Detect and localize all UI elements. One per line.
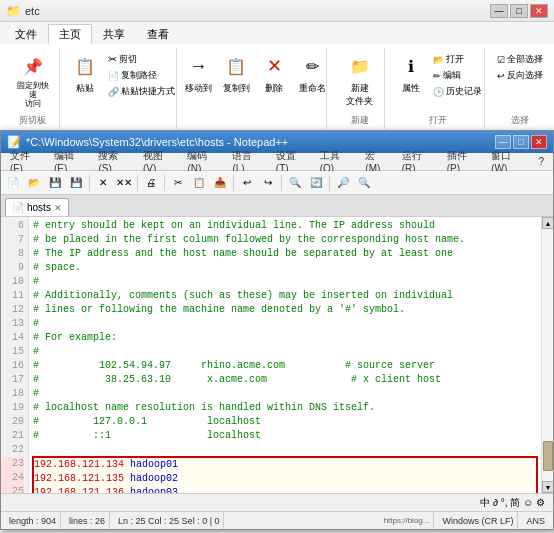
- host3: hadoop03: [130, 487, 178, 493]
- tab-file[interactable]: 文件: [4, 24, 48, 44]
- code-line-20: # 127.0.0.1 localhost: [33, 415, 537, 429]
- linenum-16: 16: [1, 359, 24, 373]
- copy-to-label: 复制到: [223, 82, 250, 95]
- code-line-12: # lines or following the machine name de…: [33, 303, 537, 317]
- npp-statusbar: length : 904 lines : 26 Ln : 25 Col : 25…: [1, 511, 553, 529]
- tool-new[interactable]: 📄: [3, 173, 23, 193]
- tool-undo[interactable]: ↩: [237, 173, 257, 193]
- ime-status[interactable]: 中 ∂ °, 简 ☺ ⚙: [480, 496, 545, 510]
- paste-label: 粘贴: [76, 82, 94, 95]
- tool-open[interactable]: 📂: [24, 173, 44, 193]
- scroll-track[interactable]: [542, 229, 553, 481]
- scroll-up-button[interactable]: ▲: [542, 217, 553, 229]
- npp-menubar: 文件(F) 编辑(E) 搜索(S) 视图(V) 编码(N) 语言(L) 设置(T…: [1, 153, 553, 171]
- close-button[interactable]: ✕: [530, 4, 548, 18]
- linenum-23: 23: [1, 457, 24, 471]
- linenum-6: 6: [1, 219, 24, 233]
- tab-icon: 📄: [12, 202, 24, 213]
- new-folder-label: 新建文件夹: [346, 82, 373, 108]
- copy-to-button[interactable]: 📋 复制到: [218, 50, 254, 127]
- tool-close[interactable]: ✕: [93, 173, 113, 193]
- tool-zoom-in[interactable]: 🔎: [333, 173, 353, 193]
- tab-close[interactable]: ✕: [54, 203, 62, 213]
- code-line-14: # For example:: [33, 331, 537, 345]
- npp-close[interactable]: ✕: [531, 135, 547, 149]
- npp-tab-hosts[interactable]: 📄 hosts ✕: [5, 198, 69, 216]
- status-length: length : 904: [5, 512, 61, 529]
- select-all-icon: ☑: [497, 55, 505, 65]
- code-line-19: # localhost name resolution is handled w…: [33, 401, 537, 415]
- scroll-down-button[interactable]: ▼: [542, 481, 553, 493]
- vertical-scrollbar[interactable]: ▲ ▼: [541, 217, 553, 493]
- code-line-22: [33, 443, 537, 457]
- properties-button[interactable]: ℹ 属性: [393, 50, 429, 97]
- invert-icon: ↩: [497, 71, 505, 81]
- copy-to-icon: 📋: [222, 52, 250, 80]
- code-line-7: # be placed in the first column followed…: [33, 233, 537, 247]
- npp-icon: 📝: [7, 135, 22, 149]
- tool-save[interactable]: 💾: [45, 173, 65, 193]
- minimize-button[interactable]: —: [490, 4, 508, 18]
- maximize-button[interactable]: □: [510, 4, 528, 18]
- group-label-new: 新建: [351, 112, 369, 127]
- scroll-thumb[interactable]: [543, 441, 553, 471]
- status-position: Ln : 25 Col : 25 Sel : 0 | 0: [114, 512, 224, 529]
- code-line-25: 192.168.121.136 hadoop03: [34, 486, 536, 493]
- tool-redo[interactable]: ↪: [258, 173, 278, 193]
- npp-maximize[interactable]: □: [513, 135, 529, 149]
- new-folder-button[interactable]: 📁 新建文件夹: [342, 50, 378, 110]
- code-line-16: # 102.54.94.97 rhino.acme.com # source s…: [33, 359, 537, 373]
- history-label: 历史记录: [446, 85, 482, 98]
- tab-home[interactable]: 主页: [48, 24, 92, 44]
- tool-paste[interactable]: 📥: [210, 173, 230, 193]
- npp-minimize[interactable]: —: [495, 135, 511, 149]
- history-icon: 🕒: [433, 87, 444, 97]
- tool-copy[interactable]: 📋: [189, 173, 209, 193]
- menu-help[interactable]: ?: [533, 155, 549, 168]
- copy-path-button[interactable]: 📄 复制路径: [106, 68, 177, 83]
- move-button[interactable]: → 移动到: [180, 50, 216, 127]
- delete-button[interactable]: ✕ 删除: [256, 50, 292, 127]
- invert-select-button[interactable]: ↩ 反向选择: [495, 68, 545, 83]
- paste-icon: 📋: [71, 52, 99, 80]
- select-all-label: 全部选择: [507, 53, 543, 66]
- ribbon-group-open: ℹ 属性 📂 打开 ✏ 编辑 🕒: [393, 48, 485, 129]
- tool-replace[interactable]: 🔄: [306, 173, 326, 193]
- group-label-clipboard: 剪切板: [19, 112, 46, 127]
- paste-shortcut-button[interactable]: 🔗 粘贴快捷方式: [106, 84, 177, 99]
- linenum-9: 9: [1, 261, 24, 275]
- code-line-18: #: [33, 387, 537, 401]
- tool-zoom-out[interactable]: 🔍: [354, 173, 374, 193]
- tool-close-all[interactable]: ✕✕: [114, 173, 134, 193]
- tool-save-all[interactable]: 💾: [66, 173, 86, 193]
- code-line-10: #: [33, 275, 537, 289]
- linenum-14: 14: [1, 331, 24, 345]
- history-button[interactable]: 🕒 历史记录: [431, 84, 484, 99]
- ribbon-group-select: ☑ 全部选择 ↩ 反向选择 选择: [493, 48, 548, 129]
- select-all-button[interactable]: ☑ 全部选择: [495, 52, 545, 67]
- code-line-8: # The IP address and the host name shoul…: [33, 247, 537, 261]
- tool-cut[interactable]: ✂: [168, 173, 188, 193]
- tab-share[interactable]: 共享: [92, 24, 136, 44]
- linenum-24: 24: [1, 471, 24, 485]
- open-button[interactable]: 📂 打开: [431, 52, 484, 67]
- npp-editor: 6 7 8 9 10 11 12 13 14 15 16 17 18 19 20…: [1, 217, 553, 493]
- pin-label: 固定到快速访问: [16, 82, 49, 108]
- explorer-titlebar: 📁 etc — □ ✕: [0, 0, 554, 22]
- properties-label: 属性: [402, 82, 420, 95]
- edit-button[interactable]: ✏ 编辑: [431, 68, 484, 83]
- tool-print[interactable]: 🖨: [141, 173, 161, 193]
- npp-window-controls: — □ ✕: [495, 135, 547, 149]
- ip2: 192.168.121.135: [34, 473, 124, 484]
- pin-button[interactable]: 📌 固定到快速访问: [12, 50, 53, 110]
- linenum-7: 7: [1, 233, 24, 247]
- rename-button[interactable]: ✏ 重命名: [294, 50, 330, 127]
- highlighted-ip-block: 192.168.121.134 hadoop01 192.168.121.135…: [32, 456, 538, 493]
- window-controls[interactable]: — □ ✕: [490, 4, 548, 18]
- toolbar-sep2: [137, 175, 138, 191]
- paste-button[interactable]: 📋 粘贴: [67, 50, 103, 97]
- tool-find[interactable]: 🔍: [285, 173, 305, 193]
- cut-button[interactable]: ✂ 剪切: [106, 52, 177, 67]
- code-editor[interactable]: # entry should be kept on an individual …: [29, 217, 541, 493]
- tab-view[interactable]: 查看: [136, 24, 180, 44]
